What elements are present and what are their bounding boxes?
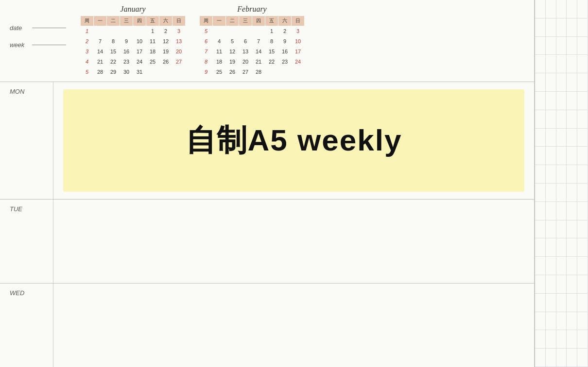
jan-d-empty2 xyxy=(107,26,120,36)
feb-d-12: 12 xyxy=(226,47,239,56)
gc-27 xyxy=(546,92,556,110)
gc-25 xyxy=(577,73,588,92)
feb-d-22: 22 xyxy=(265,57,278,67)
gc-12 xyxy=(546,37,556,55)
feb-d-16: 16 xyxy=(278,47,291,56)
jan-d-18: 18 xyxy=(146,47,159,56)
gc-41 xyxy=(535,147,546,165)
jan-d-14: 14 xyxy=(94,47,106,56)
feb-header-7: 日 xyxy=(292,16,304,26)
gc-97 xyxy=(546,349,556,367)
feb-header-2: 二 xyxy=(226,16,239,26)
gc-64 xyxy=(567,220,577,239)
gc-95 xyxy=(577,330,588,349)
feb-week-6: 6 xyxy=(200,36,212,46)
feb-d-6: 6 xyxy=(239,36,252,46)
gc-75 xyxy=(577,257,588,275)
jan-week-1: 1 xyxy=(81,26,93,36)
feb-d-17: 17 xyxy=(292,47,304,56)
gc-14 xyxy=(567,37,577,55)
gc-19 xyxy=(567,55,577,73)
mon-text: MON xyxy=(10,88,24,95)
jan-week-5: 5 xyxy=(81,67,93,77)
feb-d-9: 9 xyxy=(278,36,291,46)
jan-week-2: 2 xyxy=(81,36,93,46)
gc-70 xyxy=(577,238,588,257)
gc-77 xyxy=(546,275,556,294)
jan-d-13: 13 xyxy=(173,36,185,46)
jan-header-4: 四 xyxy=(133,16,146,26)
gc-35 xyxy=(577,110,588,129)
jan-d-31: 31 xyxy=(133,67,146,77)
date-line xyxy=(32,28,66,28)
jan-d-27: 27 xyxy=(173,57,185,67)
gc-72 xyxy=(546,257,556,275)
january-title: January xyxy=(120,5,145,14)
jan-header-zhou: 周 xyxy=(81,16,93,26)
gc-56 xyxy=(535,202,546,220)
gc-8 xyxy=(556,18,567,37)
jan-d-2: 2 xyxy=(159,26,172,36)
gc-87 xyxy=(546,312,556,331)
left-meta: date week xyxy=(10,5,66,49)
gc-79 xyxy=(567,275,577,294)
gc-61 xyxy=(535,220,546,239)
feb-header-4: 四 xyxy=(252,16,265,26)
jan-header-7: 日 xyxy=(173,16,185,26)
jan-d-16: 16 xyxy=(120,47,133,56)
wed-text: WED xyxy=(10,289,24,297)
feb-week-5: 5 xyxy=(200,26,212,36)
gc-55 xyxy=(577,184,588,202)
gc-45 xyxy=(577,147,588,165)
week-line xyxy=(32,45,66,45)
feb-d-28: 28 xyxy=(252,67,265,77)
wed-label: WED xyxy=(0,284,53,367)
feb-d-10: 10 xyxy=(292,36,304,46)
gc-24 xyxy=(567,73,577,92)
jan-d-e1 xyxy=(146,67,159,77)
feb-week-9: 9 xyxy=(200,67,212,77)
gc-76 xyxy=(535,275,546,294)
gc-82 xyxy=(546,294,556,312)
feb-d-3: 3 xyxy=(292,26,304,36)
gc-29 xyxy=(567,92,577,110)
gc-49 xyxy=(567,165,577,184)
feb-header-5: 五 xyxy=(265,16,278,26)
feb-d-f2 xyxy=(278,67,291,77)
gc-88 xyxy=(556,312,567,331)
tue-label: TUE xyxy=(0,200,53,283)
gc-36 xyxy=(535,129,546,147)
jan-d-empty xyxy=(94,26,106,36)
gc-32 xyxy=(546,110,556,129)
gc-57 xyxy=(546,202,556,220)
jan-d-15: 15 xyxy=(107,47,120,56)
jan-d-empty4 xyxy=(133,26,146,36)
gc-37 xyxy=(546,129,556,147)
page-container: date week January 周 一 二 三 四 五 xyxy=(0,0,588,367)
gc-85 xyxy=(577,294,588,312)
january-calendar: January 周 一 二 三 四 五 六 日 1 xyxy=(81,5,185,77)
jan-d-29: 29 xyxy=(107,67,120,77)
gc-60 xyxy=(577,202,588,220)
mon-row: MON 自制A5 weekly xyxy=(0,82,534,200)
gc-2 xyxy=(546,0,556,18)
jan-d-8: 8 xyxy=(107,36,120,46)
february-grid: 周 一 二 三 四 五 六 日 5 1 2 3 xyxy=(200,16,304,77)
gc-67 xyxy=(546,238,556,257)
gc-73 xyxy=(556,257,567,275)
gc-26 xyxy=(535,92,546,110)
calendar-section: date week January 周 一 二 三 四 五 xyxy=(0,0,534,82)
gc-90 xyxy=(577,312,588,331)
feb-d-4: 4 xyxy=(213,36,225,46)
gc-15 xyxy=(577,37,588,55)
gc-50 xyxy=(577,165,588,184)
feb-d-25: 25 xyxy=(213,67,225,77)
gc-65 xyxy=(577,220,588,239)
gc-18 xyxy=(556,55,567,73)
gc-3 xyxy=(556,0,567,18)
jan-d-10: 10 xyxy=(133,36,146,46)
gc-93 xyxy=(556,330,567,349)
feb-header-6: 六 xyxy=(278,16,291,26)
feb-d-26: 26 xyxy=(226,67,239,77)
feb-header-zhou: 周 xyxy=(200,16,212,26)
